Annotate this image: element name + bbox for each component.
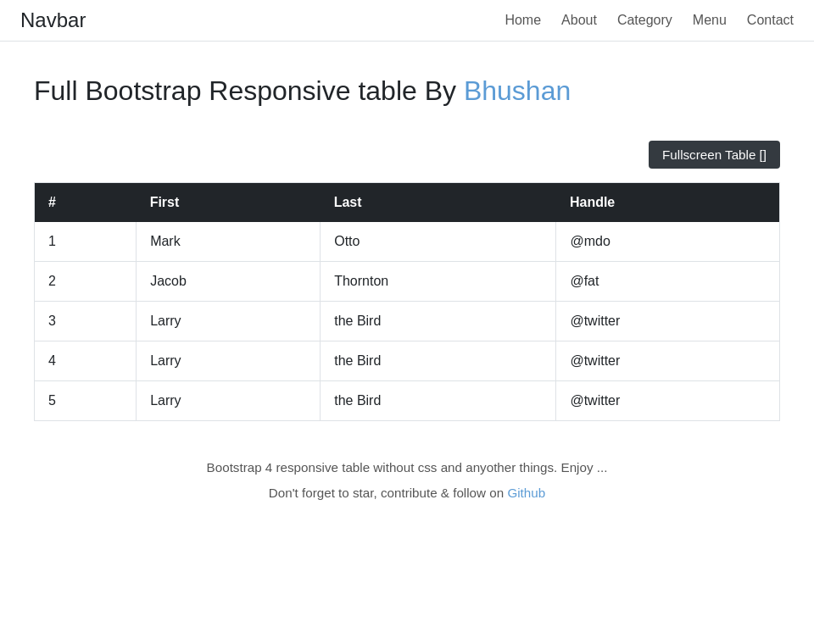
nav-link-menu[interactable]: Menu: [693, 13, 727, 27]
fullscreen-button[interactable]: Fullscreen Table []: [649, 141, 780, 169]
nav-link-about[interactable]: About: [561, 13, 597, 27]
col-header-last: Last: [321, 183, 556, 223]
button-container: Fullscreen Table []: [34, 141, 780, 169]
footer-line2-prefix: Don't forget to star, contribute & follo…: [269, 486, 504, 500]
cell-handle-1: @mdo: [556, 222, 780, 262]
table-header-row: # First Last Handle: [35, 183, 780, 223]
cell-last-1: Otto: [321, 222, 556, 262]
cell-first-2: Jacob: [137, 262, 321, 302]
navbar: Navbar Home About Category Menu Contact: [0, 0, 814, 42]
cell-first-5: Larry: [137, 381, 321, 421]
table-row: 4Larrythe Bird@twitter: [35, 341, 780, 381]
nav-link-contact[interactable]: Contact: [747, 13, 794, 27]
cell-num-3: 3: [35, 302, 137, 341]
cell-last-2: Thornton: [321, 262, 556, 302]
cell-last-3: the Bird: [321, 302, 556, 341]
cell-handle-3: @twitter: [556, 302, 780, 341]
col-header-handle: Handle: [556, 183, 780, 223]
page-title-highlight: Bhushan: [464, 75, 571, 106]
page-title-prefix: Full Bootstrap Responsive table By: [34, 75, 456, 106]
cell-first-4: Larry: [137, 341, 321, 381]
table-row: 1MarkOtto@mdo: [35, 222, 780, 262]
table-row: 2JacobThornton@fat: [35, 262, 780, 302]
cell-handle-4: @twitter: [556, 341, 780, 381]
col-header-first: First: [137, 183, 321, 223]
cell-last-5: the Bird: [321, 381, 556, 421]
cell-num-1: 1: [35, 222, 137, 262]
table-row: 3Larrythe Bird@twitter: [35, 302, 780, 341]
cell-first-1: Mark: [137, 222, 321, 262]
page-title: Full Bootstrap Responsive table By Bhush…: [34, 75, 780, 107]
col-header-num: #: [35, 183, 137, 223]
nav-link-category[interactable]: Category: [617, 13, 672, 27]
table-row: 5Larrythe Bird@twitter: [35, 381, 780, 421]
cell-handle-2: @fat: [556, 262, 780, 302]
footer-line2: Don't forget to star, contribute & follo…: [34, 480, 780, 506]
cell-num-4: 4: [35, 341, 137, 381]
table-wrapper: # First Last Handle 1MarkOtto@mdo2JacobT…: [34, 182, 780, 421]
cell-num-2: 2: [35, 262, 137, 302]
navbar-brand[interactable]: Navbar: [20, 8, 86, 32]
data-table: # First Last Handle 1MarkOtto@mdo2JacobT…: [34, 182, 780, 421]
footer-github-link[interactable]: Github: [507, 486, 545, 500]
cell-num-5: 5: [35, 381, 137, 421]
cell-handle-5: @twitter: [556, 381, 780, 421]
footer-text: Bootstrap 4 responsive table without css…: [34, 455, 780, 507]
navbar-nav: Home About Category Menu Contact: [505, 13, 794, 28]
main-content: Full Bootstrap Responsive table By Bhush…: [0, 42, 814, 524]
cell-last-4: the Bird: [321, 341, 556, 381]
nav-link-home[interactable]: Home: [505, 13, 541, 27]
cell-first-3: Larry: [137, 302, 321, 341]
footer-line1: Bootstrap 4 responsive table without css…: [34, 455, 780, 480]
